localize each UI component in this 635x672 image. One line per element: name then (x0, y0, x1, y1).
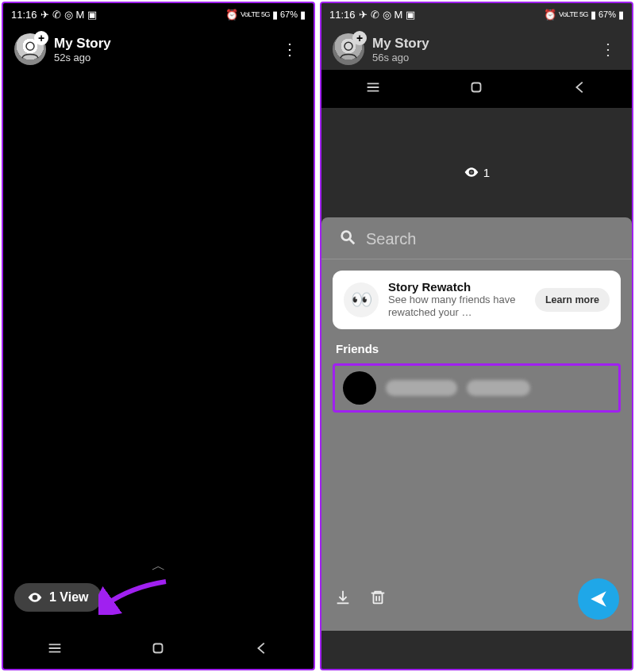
svg-point-7 (344, 42, 352, 50)
view-count-label: 1 View (49, 590, 89, 605)
nav-home-icon[interactable] (149, 639, 167, 660)
svg-line-10 (350, 240, 355, 244)
trash-icon[interactable] (369, 589, 387, 609)
friend-avatar (343, 371, 376, 405)
annotation-arrow (98, 575, 170, 615)
nav-back-icon[interactable] (253, 639, 271, 660)
view-count-button[interactable]: 1 View (14, 583, 102, 612)
viewers-sheet: 👀 Story Rewatch See how many friends hav… (321, 217, 632, 631)
status-bar: 11:16 ✈ ✆ ◎ M ▣ ⏰ VoLTE 5G ▮ 67% ▮ (321, 3, 632, 25)
signal-label: VoLTE 5G (241, 10, 270, 18)
sheet-footer (321, 569, 632, 631)
story-title: My Story (54, 36, 111, 52)
search-icon (339, 228, 356, 249)
add-story-icon[interactable]: + (352, 31, 367, 45)
alarm-icon: ⏰ (225, 10, 238, 20)
gallery-icon: ▣ (87, 10, 97, 20)
status-bar: 11:16 ✈ ✆ ◎ M ▣ ⏰ VoLTE 5G ▮ 67% ▮ (3, 3, 314, 25)
svg-rect-6 (154, 644, 163, 653)
learn-more-button[interactable]: Learn more (535, 288, 610, 312)
svg-point-8 (470, 171, 472, 173)
search-input[interactable] (366, 230, 618, 248)
gallery-icon: ▣ (406, 10, 415, 20)
rewatch-title: Story Rewatch (388, 280, 525, 294)
gmail-icon: M (394, 10, 403, 20)
status-time: 11:16 (329, 9, 356, 21)
download-icon[interactable] (334, 589, 352, 609)
svg-rect-17 (472, 83, 481, 92)
story-rewatch-card[interactable]: 👀 Story Rewatch See how many friends hav… (333, 271, 621, 329)
android-navbar (321, 70, 632, 108)
story-age: 52s ago (54, 52, 111, 63)
android-navbar (3, 631, 314, 669)
signal-bars-icon: ▮ (591, 10, 596, 20)
battery-icon: ▮ (300, 10, 306, 20)
story-title: My Story (372, 36, 429, 52)
eye-icon (27, 589, 43, 605)
status-left: 11:16 ✈ ✆ ◎ M ▣ (329, 9, 415, 21)
friend-list-item[interactable] (333, 363, 621, 413)
instagram-icon: ◎ (64, 10, 73, 20)
friend-name-redacted (467, 380, 530, 396)
search-row (321, 217, 632, 259)
overlay-view-count: 1 (464, 164, 490, 180)
chevron-up-icon[interactable]: ︿ (152, 556, 166, 575)
send-button[interactable] (578, 578, 619, 620)
nav-home-icon[interactable] (468, 79, 485, 99)
friend-name-redacted (386, 380, 457, 396)
whatsapp-icon: ✆ (52, 10, 61, 20)
status-time: 11:16 (11, 9, 37, 21)
svg-point-1 (33, 596, 36, 598)
phone-screenshot-right: 11:16 ✈ ✆ ◎ M ▣ ⏰ VoLTE 5G ▮ 67% ▮ + My … (320, 2, 633, 670)
eyes-icon: 👀 (344, 282, 379, 317)
friends-section-label: Friends (336, 342, 618, 355)
avatar[interactable]: + (14, 33, 46, 65)
status-right: ⏰ VoLTE 5G ▮ 67% ▮ (544, 10, 624, 20)
gmail-icon: M (76, 10, 85, 20)
nav-recent-icon[interactable] (46, 639, 64, 660)
more-menu-icon[interactable]: ⋮ (277, 35, 302, 63)
story-header: + My Story 52s ago ⋮ (3, 25, 314, 70)
battery-icon: ▮ (618, 10, 624, 20)
battery-text: 67% (598, 10, 616, 19)
whatsapp-icon: ✆ (371, 10, 379, 20)
telegram-icon: ✈ (40, 10, 49, 20)
add-story-icon[interactable]: + (34, 31, 48, 45)
signal-bars-icon: ▮ (272, 10, 278, 20)
nav-back-icon[interactable] (572, 79, 589, 99)
status-right: ⏰ VoLTE 5G ▮ 67% ▮ (225, 10, 306, 20)
nav-recent-icon[interactable] (364, 79, 382, 99)
signal-label: VoLTE 5G (559, 10, 588, 18)
phone-screenshot-left: 11:16 ✈ ✆ ◎ M ▣ ⏰ VoLTE 5G ▮ 67% ▮ + My … (2, 2, 315, 670)
svg-point-9 (342, 232, 351, 240)
rewatch-subtitle: See how many friends have rewatched your… (388, 294, 525, 320)
overlay-view-number: 1 (483, 166, 490, 179)
instagram-icon: ◎ (383, 10, 391, 20)
status-left: 11:16 ✈ ✆ ◎ M ▣ (11, 9, 97, 21)
svg-rect-11 (374, 593, 383, 604)
battery-text: 67% (280, 10, 298, 19)
eye-icon (464, 164, 479, 180)
svg-point-0 (26, 42, 34, 50)
alarm-icon: ⏰ (544, 10, 556, 20)
story-content[interactable]: ︿ 1 View (3, 70, 314, 631)
telegram-icon: ✈ (359, 10, 368, 20)
